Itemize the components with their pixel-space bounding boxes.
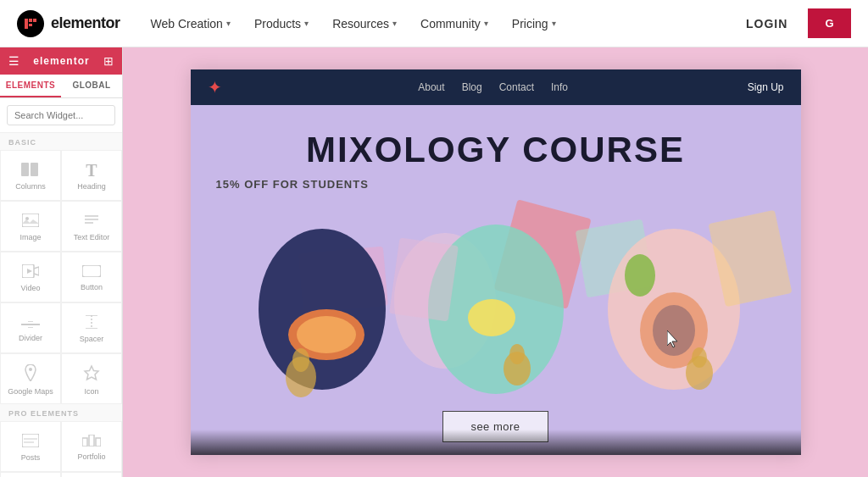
svg-rect-56 (389, 238, 459, 322)
heading-icon: T (86, 162, 97, 179)
svg-point-49 (509, 344, 525, 364)
portfolio-icon (82, 434, 101, 449)
preview-inner: ✦ About Blog Contact Info Sign Up MIXOLO… (191, 69, 801, 455)
panel-tabs: ELEMENTS GLOBAL (0, 75, 122, 98)
canvas-area: ✦ About Blog Contact Info Sign Up MIXOLO… (123, 47, 868, 477)
svg-point-45 (292, 348, 309, 372)
widget-button-label: Button (81, 283, 103, 291)
preview-nav-contact[interactable]: Contact (499, 81, 534, 93)
get-started-button[interactable]: G (808, 8, 851, 38)
widget-google-maps[interactable]: Google Maps (0, 353, 61, 404)
widget-video-label: Video (21, 284, 41, 292)
widget-portfolio-label: Portfolio (77, 452, 105, 461)
preview-logo-icon: ✦ (208, 77, 222, 97)
widget-icon-label: Icon (84, 387, 98, 396)
widget-grid-pro: Posts Portfolio Slides Form (0, 421, 122, 477)
svg-point-53 (625, 254, 655, 297)
elementor-logo-icon (17, 10, 44, 37)
widget-form[interactable]: Form (61, 472, 122, 477)
svg-rect-2 (29, 24, 32, 26)
widget-heading[interactable]: T Heading (61, 150, 122, 201)
widget-icon[interactable]: Icon (61, 353, 122, 404)
svg-marker-21 (85, 366, 98, 380)
main-area: ☰ elementor ⊞ ELEMENTS GLOBAL BASIC Colu… (0, 47, 868, 477)
nav-community[interactable]: Community ▾ (410, 10, 498, 37)
preview-subtitle: 15% OFF FOR STUDENTS (191, 169, 801, 199)
svg-rect-27 (96, 438, 101, 446)
top-nav: elementor Web Creation ▾ Products ▾ Reso… (0, 0, 868, 47)
widget-slides[interactable]: Slides (0, 472, 61, 477)
svg-rect-25 (82, 438, 87, 446)
google-maps-icon (24, 364, 37, 384)
svg-point-52 (653, 305, 695, 356)
nav-items: Web Creation ▾ Products ▾ Resources ▾ Co… (141, 10, 733, 37)
preview-title: MIXOLOGY COURSE (191, 105, 801, 169)
preview-nav-signup[interactable]: Sign Up (748, 81, 784, 93)
svg-point-43 (297, 316, 356, 353)
posts-icon (22, 434, 39, 450)
widget-google-maps-label: Google Maps (8, 387, 53, 396)
svg-rect-5 (31, 163, 38, 176)
chevron-down-icon: ▾ (552, 19, 556, 28)
chevron-down-icon: ▾ (392, 19, 397, 28)
chevron-down-icon: ▾ (484, 19, 488, 28)
svg-rect-13 (82, 265, 101, 277)
divider-icon (21, 315, 40, 330)
search-input[interactable] (7, 105, 115, 125)
text-editor-icon (83, 214, 100, 230)
nav-resources[interactable]: Resources ▾ (322, 10, 407, 37)
grid-icon[interactable]: ⊞ (103, 54, 114, 68)
tab-global[interactable]: GLOBAL (61, 75, 122, 97)
preview-nav-blog[interactable]: Blog (462, 81, 482, 93)
widget-image[interactable]: Image (0, 201, 61, 252)
widget-text-editor-label: Text Editor (74, 233, 110, 241)
hamburger-icon[interactable]: ☰ (8, 54, 19, 68)
tab-elements[interactable]: ELEMENTS (0, 75, 61, 97)
chevron-down-icon: ▾ (226, 19, 231, 28)
nav-right: LOGIN G (732, 8, 851, 38)
widget-text-editor[interactable]: Text Editor (61, 201, 122, 252)
svg-rect-4 (21, 163, 29, 176)
widget-divider[interactable]: Divider (0, 302, 61, 353)
svg-point-7 (25, 217, 29, 220)
nav-pricing[interactable]: Pricing ▾ (502, 10, 566, 37)
svg-rect-26 (89, 435, 94, 446)
preview-nav: ✦ About Blog Contact Info Sign Up (191, 69, 801, 105)
svg-point-47 (468, 299, 515, 336)
svg-marker-12 (27, 269, 32, 274)
section-basic-label: BASIC (0, 133, 122, 150)
widget-button[interactable]: Button (61, 252, 122, 302)
widget-grid-basic: Columns T Heading Image Text Editor (0, 150, 122, 404)
svg-point-41 (259, 229, 386, 390)
widget-spacer-label: Spacer (80, 335, 104, 343)
nav-web-creation[interactable]: Web Creation ▾ (141, 10, 241, 37)
preview-nav-info[interactable]: Info (551, 81, 568, 93)
nav-products[interactable]: Products ▾ (244, 10, 319, 37)
svg-rect-6 (22, 214, 39, 227)
svg-rect-22 (22, 434, 39, 447)
svg-point-55 (692, 347, 707, 368)
button-icon (82, 264, 101, 280)
widget-video[interactable]: Video (0, 252, 61, 302)
widget-posts[interactable]: Posts (0, 421, 61, 472)
chevron-down-icon: ▾ (304, 19, 309, 28)
widget-portfolio[interactable]: Portfolio (61, 421, 122, 472)
spacer-icon (86, 315, 97, 331)
login-button[interactable]: LOGIN (732, 10, 801, 37)
widget-divider-label: Divider (19, 334, 42, 342)
preview-svg (191, 199, 801, 402)
svg-point-20 (29, 368, 32, 371)
video-icon (22, 264, 39, 280)
svg-rect-1 (29, 19, 32, 22)
widget-spacer[interactable]: Spacer (61, 302, 122, 353)
logo-text: elementor (51, 14, 120, 32)
preview-container: ✦ About Blog Contact Info Sign Up MIXOLO… (123, 47, 868, 477)
svg-rect-0 (25, 19, 28, 29)
icon-widget-icon (83, 364, 100, 384)
widget-posts-label: Posts (21, 453, 41, 462)
logo-area[interactable]: elementor (17, 10, 120, 37)
preview-nav-about[interactable]: About (418, 81, 444, 93)
panel-title: elementor (33, 55, 89, 67)
widget-columns[interactable]: Columns (0, 150, 61, 201)
search-bar (0, 98, 122, 133)
